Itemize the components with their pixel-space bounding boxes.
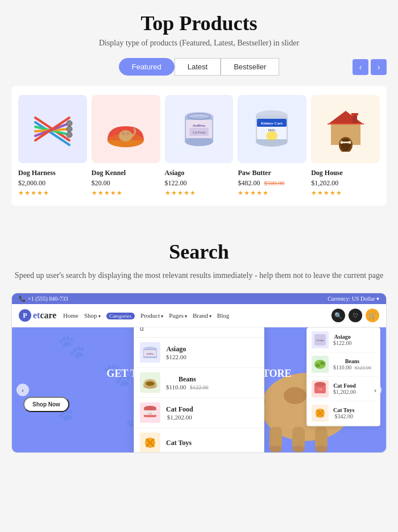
svg-point-39	[348, 141, 351, 144]
store-preview: 📞 +1 (555) 840-733 Currency: US Dollar ▾…	[11, 293, 387, 453]
nav-links: Home Shop Categories Product Pages Brand…	[63, 312, 327, 319]
dropdown-result-info: Cat Food $1,202.00	[166, 405, 193, 421]
store-currency: Currency: US Dollar ▾	[327, 296, 379, 302]
result-catfood-img: Cat	[312, 381, 328, 397]
dropdown-result-name: Cat Toys	[166, 439, 192, 447]
svg-point-74	[146, 381, 155, 386]
dropdown-result-info: Asiago $122.00	[166, 345, 186, 360]
product-name: Asiago	[165, 169, 234, 177]
product-image-wrap: Kidney Care Hill's	[238, 95, 306, 163]
wishlist-icon-btn[interactable]: ♡	[349, 309, 362, 322]
dropdown-result-item: Beans $110.00 $122.00	[134, 368, 264, 398]
search-subtitle: Speed up user's search by displaying the…	[11, 269, 387, 281]
hero-shop-button[interactable]: Shop Now	[23, 397, 69, 412]
hero-next-button[interactable]: ›	[369, 384, 382, 396]
svg-point-76	[144, 406, 156, 410]
tab-featured[interactable]: Featured	[119, 58, 175, 76]
tab-bestseller[interactable]: Bestseller	[221, 58, 279, 76]
dropdown-result-image: Cat	[140, 402, 160, 423]
result-name: Beans	[333, 358, 371, 364]
cart-icon-btn[interactable]: 🛒	[366, 309, 379, 322]
product-name: Dog Kennel	[92, 169, 160, 177]
sidebar-result-item: Beans $110.00 $122.00	[307, 352, 380, 377]
svg-point-61	[316, 364, 320, 367]
svg-text:Cat: Cat	[148, 412, 152, 415]
dropdown-result-price: $1,202.00	[166, 414, 193, 421]
asiago-image: AviPow Cat Food	[179, 106, 219, 152]
svg-text:Kidney Care: Kidney Care	[261, 121, 283, 126]
slider-prev-button[interactable]: ‹	[353, 59, 368, 75]
svg-text:Asiago: Asiago	[316, 339, 325, 342]
svg-text:Cat Food: Cat Food	[193, 131, 205, 134]
svg-point-13	[126, 132, 130, 135]
product-name: Dog House	[311, 169, 380, 177]
result-name: Cat Toys	[333, 407, 355, 413]
product-stars: ★★★★★	[311, 189, 380, 197]
svg-marker-30	[327, 111, 364, 124]
kennel-image	[103, 106, 148, 152]
dropdown-result-info: Beans $110.00 $122.00	[166, 375, 209, 390]
dog-house-image	[323, 106, 368, 152]
dropdown-catfood-img: Cat	[141, 404, 159, 422]
nav-icons: 🔍 ♡ 🛒	[331, 309, 379, 322]
result-price: $342.00	[333, 413, 355, 419]
top-products-title: Top Products	[11, 11, 387, 35]
currency-label: Currency: US Dollar ▾	[327, 296, 379, 302]
dropdown-result-name: Cat Food	[166, 405, 193, 414]
nav-link-shop[interactable]: Shop	[84, 312, 101, 319]
sidebar-result-item: Cat Toys $342.00	[307, 401, 380, 426]
svg-point-64	[314, 382, 326, 386]
store-phone: 📞 +1 (555) 840-733	[19, 296, 68, 302]
dropdown-beans-img	[141, 373, 159, 392]
result-info: Cat Food $1,202.00	[333, 383, 356, 395]
product-price: $20.00	[92, 179, 160, 188]
nav-link-brand[interactable]: Brand	[193, 312, 212, 319]
search-title: Search	[11, 240, 387, 264]
result-cattoys-img	[312, 405, 328, 421]
dropdown-search-input[interactable]	[134, 327, 264, 338]
product-stars: ★★★★★	[165, 189, 234, 197]
dropdown-result-price: $110.00 $122.00	[166, 384, 209, 390]
dropdown-asiago-img: AviPow	[141, 343, 159, 361]
svg-point-34	[341, 139, 351, 151]
svg-point-29	[266, 131, 277, 140]
dropdown-result-image	[140, 433, 160, 452]
dropdown-cattoys-img	[141, 434, 159, 452]
nav-link-pages[interactable]: Pages	[169, 312, 187, 319]
product-slider: Dog Harness $2,000.00 ★★★★★	[11, 86, 387, 206]
product-image-wrap	[311, 95, 380, 163]
nav-link-home[interactable]: Home	[63, 312, 78, 319]
dropdown-result-item: AviPow Asiago $122.00	[134, 338, 264, 368]
hero-prev-button[interactable]: ‹	[16, 384, 29, 396]
harness-image	[30, 106, 75, 152]
product-price: $2,000.00	[18, 179, 87, 188]
result-price: $122.00	[333, 340, 352, 346]
product-price: $1,202.00	[311, 179, 380, 188]
svg-point-62	[320, 361, 325, 365]
result-image: Cat	[312, 380, 329, 397]
product-tabs: Featured Latest Bestseller ‹ ›	[11, 58, 387, 76]
result-name: Asiago	[333, 334, 352, 340]
product-card: Dog House $1,202.00 ★★★★★	[311, 95, 380, 197]
product-price: $122.00	[165, 179, 234, 188]
svg-rect-36	[351, 113, 358, 115]
product-card: Dog Harness $2,000.00 ★★★★★	[18, 95, 87, 197]
result-asiago-img: Asiago	[312, 332, 328, 348]
logo-text: etcare	[33, 310, 56, 321]
result-image: Asiago	[312, 331, 329, 348]
dropdown-result-name: Beans	[166, 375, 209, 384]
nav-link-blog[interactable]: Blog	[217, 312, 229, 319]
product-card: Dog Kennel $20.00 ★★★★★	[92, 95, 160, 197]
product-name: Dog Harness	[18, 169, 87, 177]
sidebar-result-item: Asiago Asiago $122.00	[307, 328, 380, 352]
store-topbar: 📞 +1 (555) 840-733 Currency: US Dollar ▾	[12, 293, 386, 304]
svg-point-38	[340, 141, 343, 144]
nav-link-categories[interactable]: Categories	[106, 312, 135, 319]
product-card: Kidney Care Hill's Paw Butter $482.00 $5…	[238, 95, 306, 197]
search-icon-btn[interactable]: 🔍	[331, 309, 345, 322]
nav-link-product[interactable]: Product	[140, 312, 163, 319]
top-products-subtitle: Display type of products (Featured, Late…	[11, 39, 387, 48]
slider-next-button[interactable]: ›	[371, 59, 387, 75]
result-image	[312, 356, 329, 373]
tab-latest[interactable]: Latest	[175, 58, 221, 76]
